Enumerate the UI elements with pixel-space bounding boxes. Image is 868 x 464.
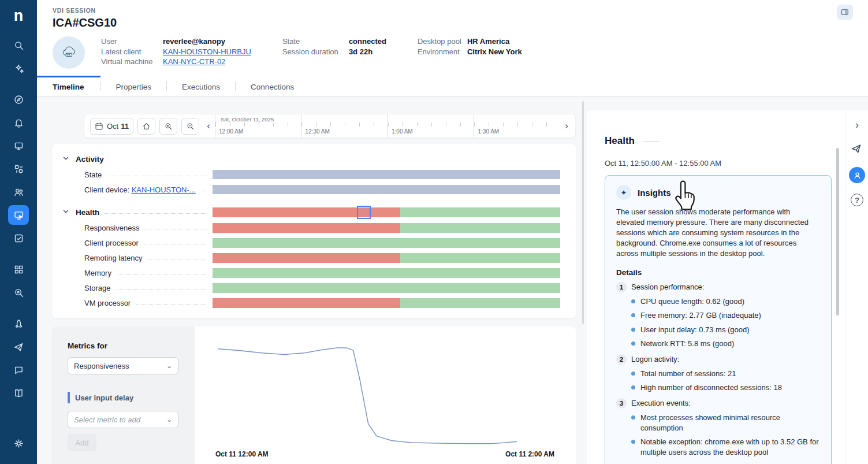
memory-timeline-bar[interactable] bbox=[213, 268, 560, 278]
sidebar-item-remote-actions[interactable] bbox=[8, 337, 29, 357]
panel-title: Health bbox=[605, 135, 635, 147]
bullet-dot bbox=[631, 299, 635, 303]
x-tick-start: Oct 11 12:00 AM bbox=[215, 450, 269, 458]
chevron-down-icon[interactable] bbox=[62, 207, 71, 217]
add-metric-select[interactable]: Select metric to add ⌄ bbox=[68, 411, 178, 428]
client-device-timeline-bar[interactable] bbox=[213, 185, 560, 194]
panel-toggle-button[interactable] bbox=[837, 5, 853, 20]
activity-section-title: Activity bbox=[76, 155, 104, 164]
metric-category-select[interactable]: Responsiveness ⌄ bbox=[68, 357, 178, 374]
date-picker-button[interactable]: Oct 11 bbox=[90, 118, 133, 135]
sidebar-item-users[interactable] bbox=[8, 182, 29, 202]
health-timeline-bar[interactable] bbox=[213, 207, 560, 217]
sidebar-item-copilot[interactable] bbox=[8, 58, 29, 78]
remote-action-button[interactable] bbox=[851, 143, 863, 155]
grid-icon bbox=[13, 264, 24, 275]
dotted-leader bbox=[147, 259, 207, 259]
zoom-in-button[interactable] bbox=[159, 118, 177, 135]
tab-properties[interactable]: Properties bbox=[101, 76, 167, 96]
zoom-out-icon bbox=[186, 122, 195, 131]
insight-bullet: User input delay: 0.73 ms (good) bbox=[631, 325, 820, 335]
tab-timeline[interactable]: Timeline bbox=[37, 76, 100, 96]
timeline-back-chevron[interactable]: ‹ bbox=[203, 120, 214, 132]
session-kicker: VDI SESSION bbox=[53, 7, 868, 14]
details-section-1: 1 Session performance: CPU queue length:… bbox=[616, 282, 820, 349]
client-processor-timeline-bar[interactable] bbox=[213, 238, 560, 248]
sidebar-item-integrations[interactable] bbox=[8, 159, 29, 179]
responsiveness-timeline-bar[interactable] bbox=[213, 223, 560, 233]
sidebar-item-library[interactable] bbox=[8, 383, 29, 403]
chevron-down-icon[interactable] bbox=[62, 154, 71, 164]
search-gear-icon bbox=[13, 287, 24, 298]
state-timeline-bar[interactable] bbox=[213, 170, 560, 179]
main-column: VDI SESSION ICA#CSG10 Userreverlee@kanop… bbox=[37, 0, 868, 464]
jet-icon bbox=[13, 341, 24, 352]
activity-card: Activity State Client device: KAN-HOUSTO… bbox=[52, 144, 576, 318]
timeline-row-responsiveness: Responsiveness bbox=[62, 220, 560, 235]
info-label: User bbox=[101, 36, 163, 47]
calendar-icon bbox=[95, 122, 103, 131]
search-icon bbox=[13, 40, 24, 51]
metric-chip[interactable]: User input delay bbox=[68, 392, 179, 403]
date-day: 11 bbox=[121, 122, 129, 131]
client-device-link[interactable]: KAN-HOUSTON-... bbox=[132, 185, 196, 194]
sidebar-item-search[interactable] bbox=[8, 35, 29, 55]
virtual-machine-link[interactable]: KAN-NYC-CTR-02 bbox=[163, 57, 225, 67]
selected-time-slot[interactable] bbox=[357, 206, 371, 219]
sidebar-item-devices[interactable] bbox=[8, 136, 29, 155]
session-insights-button[interactable] bbox=[849, 167, 865, 183]
ruler-segment: 1:00 AM bbox=[388, 114, 474, 138]
vm-processor-timeline-bar[interactable] bbox=[213, 298, 560, 308]
metrics-panel: Metrics for Responsiveness ⌄ User input … bbox=[52, 326, 195, 464]
section-title: Execution events: bbox=[631, 399, 691, 407]
sidebar-item-vdi-sessions[interactable] bbox=[8, 205, 29, 225]
details-section-2: 2 Logon activity: Total number of sessio… bbox=[616, 354, 820, 393]
sidebar-item-settings[interactable] bbox=[8, 433, 29, 453]
insight-bullet: Free memory: 2.77 GB (inadequate) bbox=[631, 310, 820, 321]
book-icon bbox=[13, 388, 24, 399]
info-label: Latest client bbox=[101, 47, 163, 57]
dotted-leader bbox=[117, 274, 207, 274]
tab-executions[interactable]: Executions bbox=[167, 76, 235, 96]
panel-scrollbar[interactable] bbox=[836, 148, 839, 315]
sidebar-item-deploy[interactable] bbox=[8, 314, 29, 333]
zoom-out-button[interactable] bbox=[181, 118, 199, 135]
info-group-user: Userreverlee@kanopy Latest clientKAN-HOU… bbox=[101, 36, 251, 67]
row-label: Memory bbox=[62, 269, 111, 277]
state-value: connected bbox=[349, 36, 386, 47]
bullet-dot bbox=[631, 313, 635, 317]
remoting-latency-timeline-bar[interactable] bbox=[213, 253, 560, 263]
latest-client-link[interactable]: KAN-HOUSTON-HURBJU bbox=[163, 47, 251, 57]
add-metric-button[interactable]: Add bbox=[68, 434, 96, 451]
sidebar-item-explore[interactable] bbox=[8, 90, 29, 109]
bullet-dot bbox=[631, 341, 635, 346]
tab-bar: Timeline Properties Executions Connectio… bbox=[37, 76, 868, 96]
timeline-row-vm-processor: VM processor bbox=[62, 295, 560, 310]
dotted-leader bbox=[105, 213, 207, 214]
timeline-forward-chevron[interactable]: › bbox=[561, 120, 572, 132]
metric-line-chart[interactable] bbox=[215, 341, 554, 449]
info-label: Session duration bbox=[282, 47, 349, 57]
timeline-toolbar: Oct 11 ‹ Sat, October 11, 2025 12:00 AM … bbox=[84, 114, 576, 138]
insight-bullet: Most processes showed minimal resource c… bbox=[631, 413, 820, 433]
main-scrollbar[interactable] bbox=[582, 101, 584, 324]
time-ruler[interactable]: Sat, October 11, 2025 12:00 AM 12:30 AM … bbox=[215, 114, 560, 138]
tab-connections[interactable]: Connections bbox=[236, 76, 309, 96]
content-area: Oct 11 ‹ Sat, October 11, 2025 12:00 AM … bbox=[37, 96, 868, 464]
home-button[interactable] bbox=[137, 118, 155, 135]
sidebar-item-investigations[interactable] bbox=[8, 283, 29, 302]
collapse-panel-chevron[interactable]: › bbox=[855, 119, 859, 131]
sidebar-item-tasks[interactable] bbox=[8, 228, 29, 248]
sidebar-item-applications[interactable] bbox=[8, 259, 29, 279]
insights-header: ✦ Insights bbox=[616, 185, 820, 200]
date-month: Oct bbox=[107, 122, 118, 131]
dotted-leader bbox=[116, 289, 207, 289]
insights-card: ✦ Insights The user session shows modera… bbox=[605, 175, 832, 464]
storage-timeline-bar[interactable] bbox=[213, 283, 560, 293]
sidebar-item-engage[interactable] bbox=[8, 360, 29, 380]
app-logo[interactable]: n bbox=[14, 6, 24, 28]
help-button[interactable]: ? bbox=[851, 194, 863, 206]
bullet-dot bbox=[631, 440, 635, 444]
sidebar-item-alerts[interactable] bbox=[8, 113, 29, 132]
ruler-segment: 1:30 AM bbox=[474, 114, 560, 138]
